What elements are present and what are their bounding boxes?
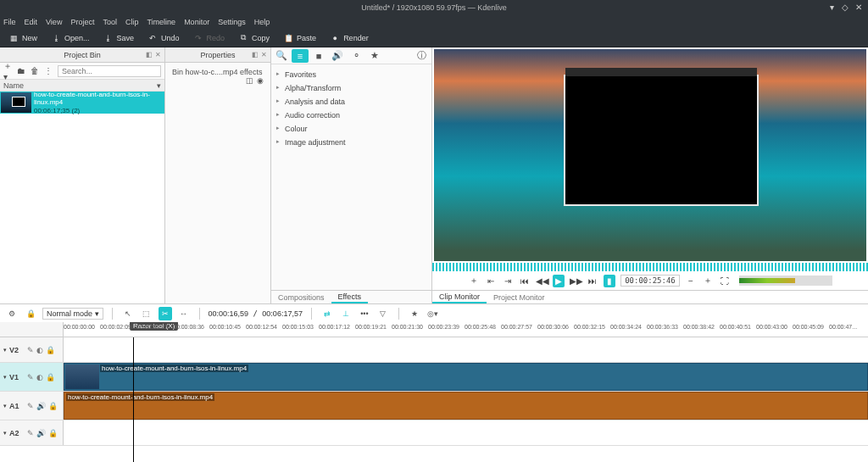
copy-button[interactable]: ⧉Copy — [235, 31, 273, 45]
tab-compositions[interactable]: Compositions — [271, 291, 331, 303]
audio-icon[interactable]: 🔊 — [36, 429, 46, 437]
open-button[interactable]: ⭳Open... — [47, 31, 93, 45]
project-bin-tab[interactable]: Project Bin ◧✕ — [0, 47, 164, 63]
edit-mode-select[interactable]: Normal mode ▾ — [42, 308, 103, 320]
chevron-down-icon[interactable]: ▾ — [3, 403, 7, 409]
menu-project[interactable]: Project — [70, 18, 94, 26]
bin-column-header[interactable]: Name ▾ — [0, 80, 164, 92]
monitor-viewport[interactable] — [434, 49, 866, 261]
lock-icon[interactable]: 🔒 — [46, 373, 55, 381]
timeline-clip-audio[interactable]: how-to-create-mount-and-burn-isos-in-lin… — [64, 392, 868, 420]
extract-icon[interactable]: ▽ — [376, 307, 390, 320]
playhead[interactable] — [133, 337, 134, 462]
tab-clip-monitor[interactable]: Clip Monitor — [432, 291, 487, 303]
window-minimize-icon[interactable]: ▾ — [827, 3, 836, 12]
lock-icon[interactable]: 🔒 — [48, 402, 58, 410]
select-icon[interactable]: ⬚ — [140, 307, 153, 320]
overwrite-icon[interactable]: ••• — [358, 307, 371, 320]
timeline-ruler[interactable]: Razor tool (X) 00:00:00:0000:00:02:0900:… — [64, 322, 868, 337]
effect-category[interactable]: Colour — [276, 122, 426, 136]
tab-project-monitor[interactable]: Project Monitor — [487, 291, 552, 303]
mute-icon[interactable]: ✎ — [27, 373, 34, 381]
add-clip-button[interactable]: ＋▾ — [3, 64, 12, 78]
track-body-v2[interactable] — [64, 337, 868, 362]
menu-timeline[interactable]: Timeline — [147, 18, 175, 26]
tree-icon[interactable]: ≡ — [292, 49, 309, 63]
sort-icon[interactable]: ▾ — [157, 81, 161, 90]
effect-category[interactable]: Image adjustment — [276, 136, 426, 149]
video-icon[interactable]: ■ — [310, 49, 327, 63]
window-close-icon[interactable]: ✕ — [854, 3, 863, 12]
menu-monitor[interactable]: Monitor — [184, 18, 209, 26]
close-panel-icon[interactable]: ✕ — [155, 51, 161, 58]
mute-icon[interactable]: ✎ — [27, 402, 34, 410]
lock-icon[interactable]: 🔒 — [46, 346, 55, 354]
chevron-down-icon[interactable]: ▾ — [3, 374, 7, 381]
lock-icon[interactable]: 🔒 — [24, 307, 37, 320]
delete-icon[interactable]: 🗑 — [31, 64, 39, 78]
menu-clip[interactable]: Clip — [125, 18, 139, 26]
next-icon[interactable]: ▶▶ — [570, 276, 581, 286]
pointer-icon[interactable]: ↖ — [121, 307, 135, 320]
effect-category[interactable]: Alpha/Transform — [276, 81, 426, 95]
plus-icon[interactable]: ＋ — [702, 275, 714, 287]
split-icon[interactable]: ◫ — [246, 76, 253, 85]
bin-clip-item[interactable]: how-to-create-mount-and-burn-isos-in-lin… — [0, 92, 164, 114]
play-icon[interactable]: ▶ — [553, 275, 565, 287]
eye-icon[interactable]: ◉ — [257, 76, 264, 85]
prev-icon[interactable]: ◀◀ — [536, 276, 548, 286]
info-icon[interactable]: ⓘ — [413, 49, 430, 63]
undock-icon[interactable]: ◧ — [252, 51, 259, 58]
audio-icon[interactable]: 🔊 — [36, 402, 46, 410]
render-button[interactable]: ●Render — [326, 31, 372, 45]
tag-icon[interactable]: ⋮ — [44, 64, 53, 78]
preview-render-icon[interactable]: ◎▾ — [426, 307, 440, 320]
menu-view[interactable]: View — [46, 18, 62, 26]
window-maximize-icon[interactable]: ◇ — [841, 3, 849, 12]
track-head-a2[interactable]: ▾ A2 ✎ 🔊 🔒 — [0, 420, 64, 445]
folder-icon[interactable]: 🖿 — [17, 64, 25, 78]
custom-icon[interactable]: ⚬ — [348, 49, 364, 63]
menu-file[interactable]: File — [3, 18, 16, 26]
hide-icon[interactable]: ◐ — [36, 373, 43, 381]
razor-icon[interactable]: ✂ — [159, 307, 172, 320]
spacer-icon[interactable]: ↔ — [177, 307, 191, 320]
chevron-down-icon[interactable]: ▾ — [3, 430, 7, 437]
paste-button[interactable]: 📋Paste — [280, 31, 320, 45]
menu-tool[interactable]: Tool — [103, 18, 117, 26]
monitor-ruler[interactable] — [432, 263, 868, 271]
track-body-a1[interactable]: how-to-create-mount-and-burn-isos-in-lin… — [64, 392, 868, 420]
track-head-v1[interactable]: ▾ V1 ✎ ◐ 🔒 — [0, 363, 64, 391]
menu-help[interactable]: Help — [254, 18, 270, 26]
search-icon[interactable]: 🔍 — [273, 49, 290, 63]
track-body-v1[interactable]: how-to-create-mount-and-burn-isos-in-lin… — [64, 363, 868, 391]
chevron-down-icon[interactable]: ▾ — [3, 347, 7, 353]
zone-in-icon[interactable]: ＋ — [468, 275, 480, 287]
undo-button[interactable]: ↶Undo — [144, 31, 183, 45]
rewind-icon[interactable]: ⏮ — [519, 276, 531, 286]
tab-effects[interactable]: Effects — [331, 291, 368, 303]
hide-icon[interactable]: ◐ — [36, 346, 43, 354]
properties-tab[interactable]: Properties ◧✕ — [165, 47, 270, 63]
monitor-timecode[interactable]: 00:00:25:46 — [620, 275, 680, 287]
bin-search-input[interactable] — [58, 65, 161, 77]
effect-category[interactable]: Favorites — [276, 68, 426, 81]
close-panel-icon[interactable]: ✕ — [261, 51, 267, 58]
timeline-timecode[interactable]: 00:00:16,59 / 00:06:17,57 — [209, 309, 303, 318]
mark-icon[interactable]: ▮ — [604, 275, 615, 287]
new-button[interactable]: ▦New — [5, 31, 41, 45]
audio-icon[interactable]: 🔊 — [329, 49, 346, 63]
gear-icon[interactable]: ⚙ — [5, 307, 19, 320]
insert-icon[interactable]: ⊥ — [339, 307, 353, 320]
track-body-a2[interactable] — [64, 420, 868, 445]
track-head-a1[interactable]: ▾ A1 ✎ 🔊 🔒 — [0, 392, 64, 420]
undock-icon[interactable]: ◧ — [146, 51, 153, 58]
lock-icon[interactable]: 🔒 — [48, 429, 58, 437]
mix-icon[interactable]: ⇄ — [320, 307, 334, 320]
forward-icon[interactable]: ⏭ — [587, 276, 598, 286]
set-out-icon[interactable]: ⇥ — [502, 276, 514, 286]
mute-icon[interactable]: ✎ — [27, 346, 34, 354]
track-head-v2[interactable]: ▾ V2 ✎ ◐ 🔒 — [0, 337, 64, 362]
save-button[interactable]: ⭳Save — [100, 31, 138, 45]
menu-settings[interactable]: Settings — [218, 18, 246, 26]
